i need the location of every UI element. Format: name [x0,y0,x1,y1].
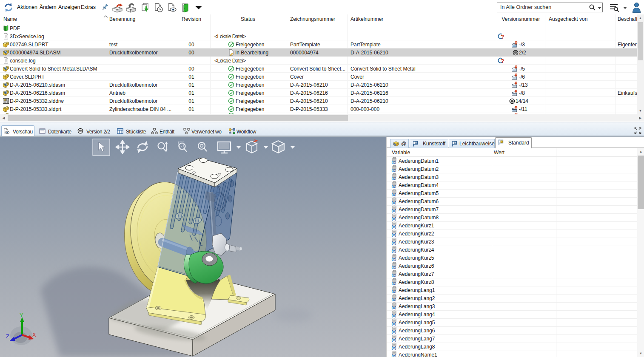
svg-text:(x): (x) [392,265,396,269]
svg-text:Y: Y [20,312,23,318]
svg-text:(x): (x) [392,193,396,196]
svg-text:?: ? [501,58,504,64]
svg-text:(x): (x) [392,217,396,221]
svg-text:?: ? [501,34,504,40]
svg-text:(x): (x) [392,249,396,253]
svg-text:(x): (x) [392,338,396,342]
svg-text:(x): (x) [392,201,396,204]
svg-text:(x): (x) [392,160,396,164]
svg-text:(x): (x) [392,225,396,229]
svg-text:(x): (x) [392,209,396,212]
svg-text:(x): (x) [392,176,396,180]
svg-text:(x): (x) [392,257,396,261]
svg-text:(x): (x) [392,289,396,293]
svg-text:(x): (x) [392,281,396,285]
svg-text:(x): (x) [392,354,396,357]
svg-text:X: X [32,332,36,338]
svg-text:(x): (x) [392,168,396,172]
svg-text:(x): (x) [392,233,396,237]
svg-text:(x): (x) [392,273,396,277]
svg-text:(x): (x) [392,330,396,334]
svg-text:(x): (x) [392,346,396,350]
svg-text:(x): (x) [392,298,396,301]
svg-text:(x): (x) [392,241,396,245]
svg-text:(x): (x) [392,322,396,326]
svg-text:(x): (x) [392,314,396,317]
svg-text:Z: Z [6,333,9,340]
svg-text:(x): (x) [392,184,396,188]
svg-text:(x): (x) [392,306,396,309]
